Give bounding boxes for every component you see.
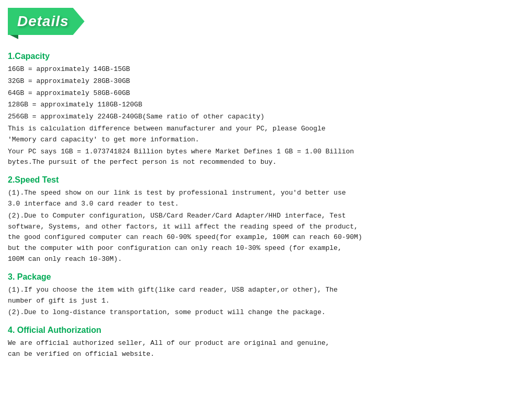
paragraph: Your PC says 1GB = 1.073741824 Billion b… xyxy=(8,147,514,169)
details-banner-shape: Details xyxy=(8,8,85,35)
section-body-speed-test: (1).The speed show on our link is test b… xyxy=(8,188,514,265)
paragraph: 256GB = approximately 224GB-240GB(Same r… xyxy=(8,112,514,123)
paragraph: This is calculation difference between m… xyxy=(8,124,514,146)
paragraph: 16GB = approximately 14GB-15GB xyxy=(8,64,514,75)
paragraph: (1).The speed show on our link is test b… xyxy=(8,188,514,210)
section-heading-capacity: 1.Capacity xyxy=(8,52,514,61)
paragraph: (2).Due to Computer configuration, USB/C… xyxy=(8,211,514,265)
section-package: 3. Package(1).If you choose the item wit… xyxy=(8,272,514,318)
paragraph: We are official authorized seller, All o… xyxy=(8,338,514,360)
section-heading-package: 3. Package xyxy=(8,272,514,282)
paragraph: 64GB = approximately 58GB-60GB xyxy=(8,88,514,99)
details-title: Details xyxy=(17,13,69,29)
section-heading-official-authorization: 4. Official Authorization xyxy=(8,326,514,335)
section-body-package: (1).If you choose the item with gift(lik… xyxy=(8,285,514,318)
paragraph: (2).Due to long-distance transportation,… xyxy=(8,307,514,318)
section-body-official-authorization: We are official authorized seller, All o… xyxy=(8,338,514,360)
section-capacity: 1.Capacity16GB = approximately 14GB-15GB… xyxy=(8,52,514,168)
section-body-capacity: 16GB = approximately 14GB-15GB32GB = app… xyxy=(8,64,514,168)
paragraph: 32GB = approximately 28GB-30GB xyxy=(8,76,514,87)
section-official-authorization: 4. Official AuthorizationWe are official… xyxy=(8,326,514,360)
section-speed-test: 2.Speed Test(1).The speed show on our li… xyxy=(8,175,514,265)
paragraph: 128GB = approximately 118GB-120GB xyxy=(8,100,514,111)
section-heading-speed-test: 2.Speed Test xyxy=(8,175,514,185)
paragraph: (1).If you choose the item with gift(lik… xyxy=(8,285,514,307)
page-container: Details 1.Capacity16GB = approximately 1… xyxy=(0,0,522,420)
details-banner: Details xyxy=(8,8,85,35)
sections-container: 1.Capacity16GB = approximately 14GB-15GB… xyxy=(8,52,514,360)
